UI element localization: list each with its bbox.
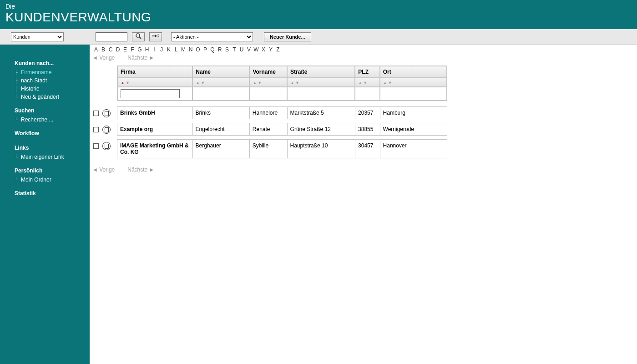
- tree-icon: └: [15, 94, 19, 100]
- sort-asc-strasse-icon[interactable]: ▲: [290, 81, 294, 85]
- tree-icon: ├: [15, 78, 19, 84]
- alpha-letter[interactable]: U: [238, 46, 245, 53]
- sort-asc-name-icon[interactable]: ▲: [196, 81, 200, 85]
- row-checkbox[interactable]: [93, 127, 99, 132]
- pager-prev[interactable]: ◄ Vorige: [92, 55, 115, 61]
- alpha-letter[interactable]: Y: [267, 46, 274, 53]
- sort-asc-plz-icon[interactable]: ▲: [358, 81, 362, 85]
- table-body: Brinks GmbHBrinksHanneloreMarktstraße 52…: [92, 106, 637, 158]
- sidebar-item[interactable]: ├Firmenname: [0, 68, 90, 76]
- alpha-letter[interactable]: I: [151, 46, 158, 53]
- content-area: ABCDEFGHIJKLMNOPQRSTUVWXYZ ◄ Vorige Näch…: [90, 45, 637, 364]
- alpha-letter[interactable]: D: [114, 46, 121, 53]
- sort-asc-firma-icon[interactable]: ▲: [121, 81, 125, 85]
- alpha-letter[interactable]: H: [143, 46, 151, 53]
- alpha-letter[interactable]: B: [100, 46, 107, 53]
- search-button[interactable]: [132, 32, 145, 41]
- alpha-letter[interactable]: E: [121, 46, 129, 53]
- cell-firma: Example org: [117, 123, 193, 136]
- cell-ort: Hannover: [380, 140, 447, 158]
- alpha-letter[interactable]: G: [136, 46, 143, 53]
- sort-desc-name-icon[interactable]: ▼: [201, 81, 205, 85]
- th-strasse[interactable]: Straße: [287, 66, 355, 78]
- pager-next[interactable]: Nächste ►: [127, 55, 154, 61]
- filter-firma-input[interactable]: [121, 89, 180, 98]
- table-row: Example orgEngelbrechtRenateGrüne Straße…: [92, 123, 637, 136]
- sidebar-item[interactable]: └Neu & geändert: [0, 93, 90, 101]
- new-customer-button[interactable]: Neuer Kunde...: [264, 32, 311, 41]
- alpha-letter[interactable]: X: [260, 46, 267, 53]
- alpha-letter[interactable]: J: [158, 46, 165, 53]
- pager-bottom: ◄ Vorige Nächste ►: [92, 162, 637, 173]
- th-ort[interactable]: Ort: [380, 66, 447, 78]
- sort-asc-vorname-icon[interactable]: ▲: [253, 81, 257, 85]
- sidebar-heading: Suchen: [0, 106, 90, 116]
- cell-plz: 38855: [355, 123, 380, 136]
- sort-az-button[interactable]: A Z: [149, 32, 162, 41]
- cell-vorname: Renate: [249, 123, 287, 136]
- search-input[interactable]: [96, 32, 127, 41]
- sort-desc-plz-icon[interactable]: ▼: [363, 81, 367, 85]
- alpha-letter[interactable]: Q: [209, 46, 216, 53]
- cell-plz: 20357: [355, 107, 380, 119]
- sidebar-heading: Links: [0, 143, 90, 153]
- th-name[interactable]: Name: [192, 66, 249, 78]
- alpha-letter[interactable]: P: [202, 46, 209, 53]
- cell-strasse: Grüne Straße 12: [287, 123, 355, 136]
- toolbar: Kunden A Z - Aktionen - Neuer Kunde...: [0, 29, 637, 45]
- sidebar: Kunden nach...├Firmenname├nach Stadt├His…: [0, 45, 90, 364]
- cell-strasse: Marktstraße 5: [287, 107, 355, 119]
- alpha-letter[interactable]: W: [253, 46, 260, 53]
- search-icon: [135, 33, 142, 40]
- svg-text:Z: Z: [157, 36, 159, 39]
- sidebar-item[interactable]: └Recherche ...: [0, 116, 90, 124]
- sort-desc-strasse-icon[interactable]: ▼: [295, 81, 299, 85]
- alpha-letter[interactable]: N: [187, 46, 194, 53]
- alpha-letter[interactable]: O: [194, 46, 202, 53]
- th-plz[interactable]: PLZ: [355, 66, 379, 78]
- alpha-letter[interactable]: V: [245, 46, 253, 53]
- open-document-icon[interactable]: [102, 142, 111, 150]
- alpha-letter[interactable]: A: [92, 46, 100, 53]
- app-title: KUNDENVERWALTUNG: [5, 10, 632, 25]
- alpha-letter[interactable]: C: [107, 46, 114, 53]
- sidebar-item[interactable]: └Mein eigener Link: [0, 153, 90, 161]
- cell-vorname: Hannelore: [249, 107, 287, 119]
- cell-plz: 30457: [355, 140, 380, 158]
- table-row: IMAGE Marketing GmbH & Co. KGBerghauerSy…: [92, 139, 637, 158]
- sort-desc-vorname-icon[interactable]: ▼: [258, 81, 262, 85]
- sidebar-item-label: Historie: [21, 86, 40, 92]
- cell-firma: Brinks GmbH: [117, 107, 193, 119]
- sidebar-item[interactable]: ├Historie: [0, 85, 90, 93]
- row-checkbox[interactable]: [93, 143, 99, 149]
- table-row: Brinks GmbHBrinksHanneloreMarktstraße 52…: [92, 106, 637, 119]
- sidebar-item[interactable]: ├nach Stadt: [0, 76, 90, 85]
- open-document-icon[interactable]: [102, 109, 111, 117]
- alpha-letter[interactable]: R: [216, 46, 223, 53]
- sort-desc-firma-icon[interactable]: ▼: [126, 81, 130, 85]
- alpha-letter[interactable]: T: [231, 46, 238, 53]
- app-header: Die KUNDENVERWALTUNG: [0, 0, 637, 29]
- scope-select[interactable]: Kunden: [11, 32, 64, 41]
- alpha-letter[interactable]: F: [129, 46, 136, 53]
- alpha-letter[interactable]: Z: [274, 46, 282, 53]
- sort-desc-ort-icon[interactable]: ▼: [388, 81, 392, 85]
- cell-name: Brinks: [192, 107, 249, 119]
- alpha-letter[interactable]: K: [165, 46, 172, 53]
- actions-select[interactable]: - Aktionen -: [171, 32, 253, 41]
- sidebar-item-label: Neu & geändert: [21, 94, 59, 100]
- sort-asc-ort-icon[interactable]: ▲: [383, 81, 387, 85]
- open-document-icon[interactable]: [102, 126, 111, 134]
- cell-firma: IMAGE Marketing GmbH & Co. KG: [117, 140, 193, 158]
- alpha-letter[interactable]: M: [180, 46, 187, 53]
- th-firma[interactable]: Firma: [117, 66, 192, 78]
- row-checkbox[interactable]: [93, 111, 99, 116]
- sidebar-item[interactable]: └Mein Ordner: [0, 176, 90, 184]
- alpha-letter[interactable]: S: [223, 46, 231, 53]
- pager-next-bottom[interactable]: Nächste ►: [127, 167, 154, 173]
- th-vorname[interactable]: Vorname: [249, 66, 287, 78]
- alpha-letter[interactable]: L: [172, 46, 180, 53]
- pager-prev-bottom[interactable]: ◄ Vorige: [92, 167, 115, 173]
- sidebar-heading: Workflow: [0, 128, 90, 138]
- cell-strasse: Hauptstraße 10: [287, 140, 355, 158]
